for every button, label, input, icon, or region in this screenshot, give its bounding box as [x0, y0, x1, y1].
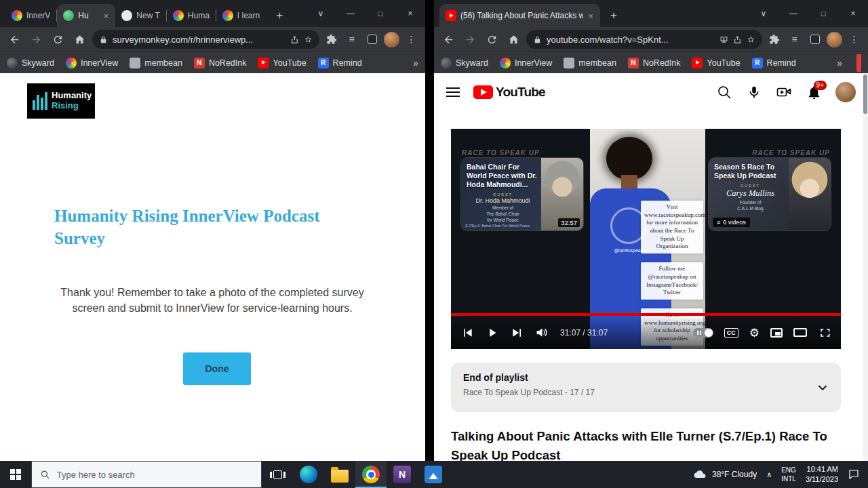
taskbar-search[interactable]	[31, 461, 262, 488]
next-icon[interactable]	[511, 326, 524, 340]
reload-icon[interactable]	[483, 30, 501, 49]
bookmark-youtube[interactable]: YouTube	[258, 58, 306, 68]
bookmark-noredink[interactable]: NNoRedInk	[194, 58, 247, 68]
back-icon[interactable]	[439, 30, 458, 49]
close-button[interactable]: ×	[395, 0, 425, 27]
bookmark-innerview[interactable]: InnerView	[500, 58, 552, 68]
forward-icon[interactable]	[461, 30, 479, 49]
bookmarks-overflow-icon[interactable]: »	[837, 58, 842, 68]
home-icon[interactable]	[71, 30, 89, 49]
mic-icon[interactable]	[746, 84, 762, 100]
minimize-button[interactable]: —	[336, 0, 366, 27]
start-button[interactable]	[0, 461, 31, 488]
menu-kebab-icon[interactable]: ⋮	[403, 31, 420, 48]
done-button[interactable]: Done	[183, 352, 251, 385]
bookmark-remind[interactable]: RRemind	[752, 58, 796, 68]
install-icon[interactable]	[719, 35, 728, 44]
onenote-taskbar-icon[interactable]: N	[387, 461, 418, 488]
video-player[interactable]: RACE TO SPEAK UP RACE TO SPEAK UP @racet…	[451, 129, 841, 349]
reload-icon[interactable]	[49, 30, 67, 49]
endscreen-card-playlist[interactable]: Season 5 Race To Speak Up Podcast GUEST …	[709, 158, 831, 230]
chevron-down-icon[interactable]	[815, 380, 830, 398]
clock[interactable]: 10:41 AM 3/11/2023	[806, 464, 838, 485]
bookmarks-overflow-icon[interactable]: »	[413, 58, 418, 68]
tray-expand-icon[interactable]: ∧	[766, 470, 772, 479]
reading-list-icon[interactable]: ≡	[343, 31, 360, 48]
tab-close-icon[interactable]: ×	[103, 11, 110, 21]
tab-close-icon[interactable]: ×	[587, 11, 594, 21]
weather-widget[interactable]: 38°F Cloudy	[693, 468, 757, 481]
edge-taskbar-icon[interactable]	[293, 461, 324, 488]
bookmark-skyward[interactable]: Skyward	[441, 58, 488, 68]
taskbar-search-input[interactable]	[57, 470, 253, 480]
profile-avatar[interactable]	[827, 32, 842, 47]
profile-avatar[interactable]	[384, 32, 399, 47]
close-button[interactable]: ×	[838, 0, 868, 27]
menu-kebab-icon[interactable]: ⋮	[846, 31, 863, 48]
forward-icon[interactable]	[27, 30, 45, 49]
bookmark-noredink[interactable]: NNoRedInk	[628, 58, 681, 68]
autoplay-toggle[interactable]	[693, 328, 713, 338]
task-view-button[interactable]	[262, 461, 293, 488]
tab-youtube-active[interactable]: (56) Talking About Panic Attacks w ×	[439, 4, 600, 27]
playlist-end-panel[interactable]: End of playlist Race To Speak Up Podcast…	[451, 363, 841, 412]
blue-app-taskbar-icon[interactable]	[418, 461, 449, 488]
bookmark-membean[interactable]: membean	[564, 58, 616, 68]
bookmark-youtube[interactable]: YouTube	[692, 58, 740, 68]
notifications-bell-icon[interactable]: 9+	[806, 84, 822, 100]
scrollbar-thumb[interactable]	[863, 75, 867, 114]
share-icon[interactable]	[290, 35, 299, 44]
file-explorer-taskbar-icon[interactable]	[324, 461, 355, 488]
new-tab-button[interactable]: +	[270, 6, 289, 25]
youtube-logo[interactable]: YouTube	[473, 85, 545, 100]
tab-ilearn[interactable]: I learn	[216, 4, 266, 27]
endscreen-card-video[interactable]: Bahai Chair For World Peace with Dr. Hod…	[461, 158, 583, 230]
chrome-taskbar-icon[interactable]	[355, 461, 387, 488]
home-icon[interactable]	[505, 30, 523, 49]
bookmark-star-icon[interactable]	[747, 35, 755, 44]
hamburger-menu-icon[interactable]	[446, 87, 460, 97]
bookmark-skyward[interactable]: Skyward	[7, 58, 54, 68]
bookmark-star-icon[interactable]	[304, 35, 313, 44]
settings-gear-icon[interactable]: ⚙	[749, 326, 760, 340]
surveymonkey-page: Humanity Rising Humanity Rising InnerVie…	[0, 73, 425, 461]
share-icon[interactable]	[733, 35, 742, 44]
extension-square-icon[interactable]	[806, 31, 823, 48]
extension-square-icon[interactable]	[363, 31, 380, 48]
previous-icon[interactable]	[460, 326, 474, 340]
account-avatar[interactable]	[835, 82, 856, 102]
address-bar[interactable]: surveymonkey.com/r/hrinnerviewp...	[92, 30, 319, 49]
fullscreen-icon[interactable]	[818, 326, 831, 340]
tab-innerview[interactable]: InnerV	[5, 4, 56, 27]
action-center-icon[interactable]	[848, 468, 860, 481]
address-bar[interactable]: youtube.com/watch?v=SpKnt...	[526, 30, 762, 49]
time-display: 31:07 / 31:07	[560, 328, 608, 338]
bookmark-membean[interactable]: membean	[130, 58, 182, 68]
minimize-button[interactable]: —	[778, 0, 808, 27]
maximize-button[interactable]: □	[366, 0, 395, 27]
tab-search-chevron-icon[interactable]: ∨	[749, 0, 778, 27]
tab-survey-active[interactable]: Hu ×	[57, 4, 115, 27]
reading-list-icon[interactable]: ≡	[786, 31, 803, 48]
extensions-puzzle-icon[interactable]	[766, 31, 783, 48]
tab-newtab[interactable]: New T	[115, 4, 165, 27]
url-text[interactable]: surveymonkey.com/r/hrinnerviewp...	[113, 35, 285, 45]
play-icon[interactable]	[485, 325, 500, 340]
bookmark-remind[interactable]: RRemind	[318, 58, 362, 68]
search-icon[interactable]	[716, 84, 732, 100]
create-video-icon[interactable]	[776, 84, 792, 100]
maximize-button[interactable]: □	[808, 0, 838, 27]
page-scrollbar[interactable]	[863, 73, 868, 461]
extensions-puzzle-icon[interactable]	[323, 31, 340, 48]
language-indicator[interactable]: ENG INTL	[781, 466, 796, 483]
captions-button[interactable]: CC	[724, 328, 738, 338]
back-icon[interactable]	[5, 30, 24, 49]
tab-search-chevron-icon[interactable]: ∨	[306, 0, 336, 27]
new-tab-button[interactable]: +	[604, 6, 623, 25]
tab-humanity[interactable]: Huma	[167, 4, 216, 27]
url-text[interactable]: youtube.com/watch?v=SpKnt...	[547, 35, 715, 45]
theater-mode-icon[interactable]	[793, 328, 807, 337]
bookmark-innerview[interactable]: InnerView	[66, 58, 118, 68]
volume-icon[interactable]	[535, 325, 549, 340]
miniplayer-icon[interactable]	[770, 328, 783, 338]
